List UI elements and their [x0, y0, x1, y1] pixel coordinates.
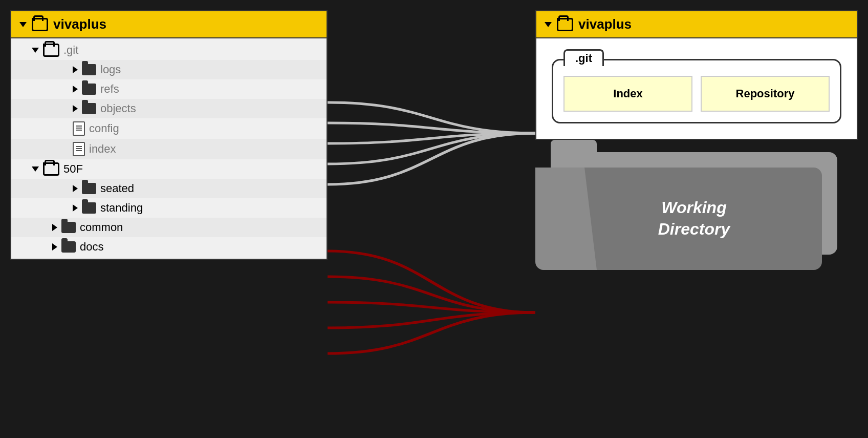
folder-open-icon [43, 162, 59, 176]
left-panel: vivaplus .git logs refs [10, 10, 328, 260]
tree-row-index[interactable]: index [11, 139, 327, 159]
right-panel-header: vivaplus [536, 11, 857, 38]
tree-row-refs[interactable]: refs [11, 79, 327, 99]
chevron-down-icon [32, 48, 39, 53]
git-repository-box: Repository [701, 76, 830, 112]
tree-label-50f: 50F [63, 162, 83, 176]
tree-label-standing: standing [100, 201, 143, 215]
chevron-right-icon [52, 224, 57, 231]
tree-row-standing[interactable]: standing [11, 198, 327, 218]
wd-label-container: WorkingDirectory [576, 197, 812, 240]
tree-label-git: .git [63, 44, 78, 57]
folder-solid-icon [82, 183, 96, 194]
chevron-right-icon [73, 66, 78, 73]
tree-row-config[interactable]: config [11, 118, 327, 139]
tree-row-git[interactable]: .git [11, 40, 327, 60]
tree-label-refs: refs [100, 82, 119, 96]
tree-row-objects[interactable]: objects [11, 99, 327, 118]
tree-row-docs[interactable]: docs [11, 237, 327, 257]
left-panel-header: vivaplus [11, 11, 327, 38]
chevron-down-icon [32, 166, 39, 172]
chevron-right-icon [73, 105, 78, 112]
chevron-right-icon [73, 185, 78, 192]
chevron-right-icon [73, 204, 78, 212]
tree-row-logs[interactable]: logs [11, 60, 327, 79]
file-icon [73, 142, 85, 156]
folder-outline-icon [32, 18, 48, 31]
tree-label-common: common [80, 221, 123, 234]
tree-label-seated: seated [100, 182, 134, 195]
tree-label-logs: logs [100, 63, 121, 76]
connector-area [328, 0, 535, 438]
chevron-down-icon [19, 22, 27, 27]
tree-label-index: index [89, 142, 116, 156]
git-folder-inner: Index Repository [563, 76, 830, 112]
main-container: vivaplus .git logs refs [0, 0, 868, 438]
working-directory-container: WorkingDirectory [535, 152, 858, 275]
chevron-down-icon [545, 22, 552, 27]
tree-row-50f[interactable]: 50F [11, 159, 327, 179]
folder-solid-icon [61, 241, 76, 253]
tree-row-seated[interactable]: seated [11, 179, 327, 198]
connector-svg [328, 0, 535, 438]
working-directory-label: WorkingDirectory [658, 197, 730, 240]
folder-solid-icon [82, 84, 96, 95]
left-panel-title: vivaplus [53, 16, 106, 32]
tree-row-common[interactable]: common [11, 218, 327, 237]
right-panel-title: vivaplus [578, 16, 632, 32]
git-index-box: Index [563, 76, 692, 112]
folder-open-icon [43, 44, 59, 57]
folder-outline-icon [557, 18, 573, 31]
right-panel-box: vivaplus .git Index Repository [535, 10, 858, 140]
right-panel: vivaplus .git Index Repository [535, 10, 858, 275]
git-folder-tab: .git [563, 49, 604, 66]
wd-folder-back-tab [551, 140, 597, 152]
tree-label-config: config [89, 122, 119, 135]
file-icon [73, 121, 85, 136]
folder-solid-icon [82, 64, 96, 75]
chevron-right-icon [73, 86, 78, 93]
folder-solid-icon [61, 222, 76, 233]
folder-solid-icon [82, 103, 96, 114]
chevron-right-icon [52, 243, 57, 251]
folder-solid-icon [82, 202, 96, 214]
tree-label-objects: objects [100, 102, 136, 115]
wd-folder-front: WorkingDirectory [535, 168, 822, 270]
git-folder-diagram: .git Index Repository [552, 59, 841, 123]
file-tree: .git logs refs objects [11, 38, 327, 259]
tree-label-docs: docs [80, 240, 103, 254]
